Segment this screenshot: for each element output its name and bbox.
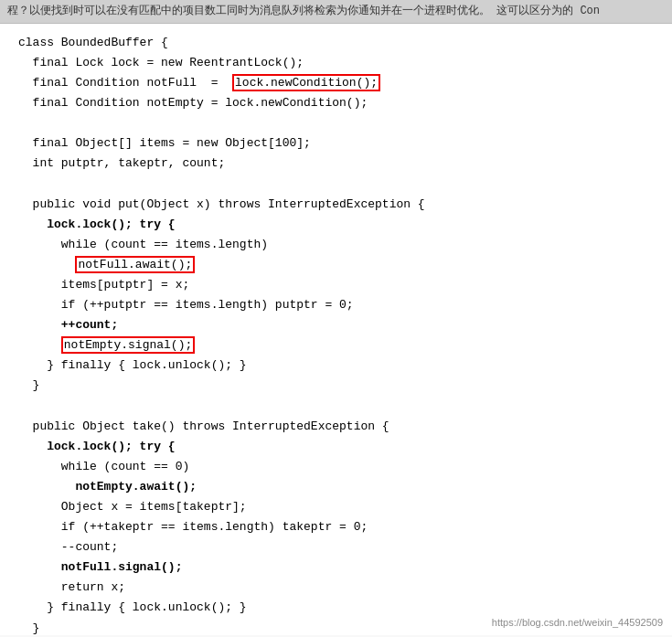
code-line xyxy=(18,174,654,194)
code-line: return x; xyxy=(18,578,654,598)
code-line: Object x = items[takeptr]; xyxy=(18,497,654,517)
code-line: notEmpty.await(); xyxy=(18,477,654,497)
code-line: final Lock lock = new ReentrantLock(); xyxy=(18,53,654,73)
code-line: items[putptr] = x; xyxy=(18,275,654,295)
code-line: notEmpty.signal(); xyxy=(18,335,654,356)
code-line: while (count == items.length) xyxy=(18,235,654,255)
top-bar-text: 程？以便找到时可以在没有匹配中的项目数工同时为消息队列将检索为你通知并在一个进程… xyxy=(7,5,600,17)
code-line: --count; xyxy=(18,537,654,557)
code-line: final Object[] items = new Object[100]; xyxy=(18,133,654,154)
code-line: } finally { lock.unlock(); } xyxy=(18,598,654,618)
code-line: final Condition notFull = lock.newCondit… xyxy=(18,73,654,93)
code-line: class BoundedBuffer { xyxy=(18,33,654,53)
code-line: lock.lock(); try { xyxy=(18,215,654,235)
code-line: ++count; xyxy=(18,315,654,335)
code-container: class BoundedBuffer { final Lock lock = … xyxy=(0,24,672,635)
code-line: notFull.signal(); xyxy=(18,557,654,578)
code-line: public Object take() throws InterruptedE… xyxy=(18,417,654,437)
code-line: notFull.await(); xyxy=(18,255,654,275)
code-line: } finally { lock.unlock(); } xyxy=(18,356,654,376)
code-block: class BoundedBuffer { final Lock lock = … xyxy=(18,33,654,635)
code-line: int putptr, takeptr, count; xyxy=(18,154,654,174)
code-line: if (++takeptr == items.length) takeptr =… xyxy=(18,517,654,537)
code-line xyxy=(18,396,654,416)
code-line: lock.lock(); try { xyxy=(18,437,654,457)
top-bar: 程？以便找到时可以在没有匹配中的项目数工同时为消息队列将检索为你通知并在一个进程… xyxy=(0,0,672,24)
code-line: final Condition notEmpty = lock.newCondi… xyxy=(18,93,654,113)
code-line: public void put(Object x) throws Interru… xyxy=(18,195,654,215)
watermark: https://blog.csdn.net/weixin_44592509 xyxy=(492,617,663,628)
code-line xyxy=(18,113,654,133)
code-line: while (count == 0) xyxy=(18,457,654,477)
code-line: } xyxy=(18,376,654,396)
code-line: if (++putptr == items.length) putptr = 0… xyxy=(18,295,654,315)
